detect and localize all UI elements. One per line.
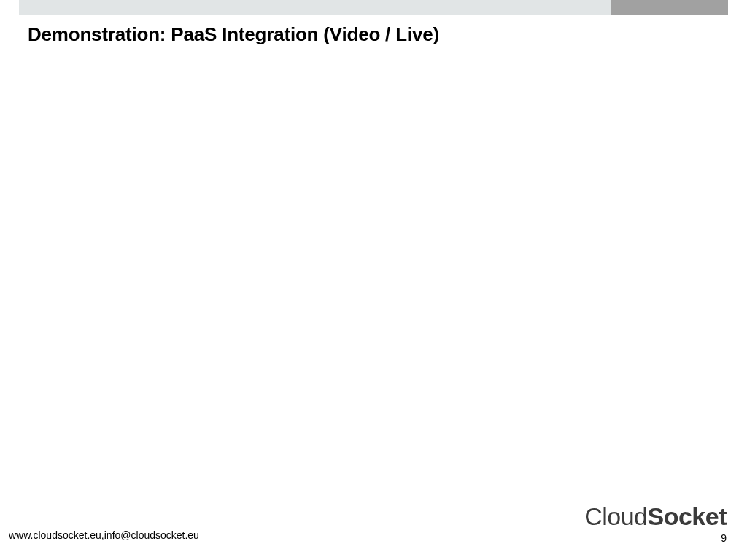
- page-number: 9: [721, 532, 727, 544]
- logo-text-socket: Socket: [648, 502, 727, 530]
- logo-text-cloud: Cloud: [584, 502, 647, 530]
- footer-contact: www.cloudsocket.eu,info@cloudsocket.eu: [9, 529, 199, 541]
- header-bar-accent: [611, 0, 728, 15]
- slide-title: Demonstration: PaaS Integration (Video /…: [28, 23, 439, 46]
- brand-logo: CloudSocket: [584, 502, 727, 531]
